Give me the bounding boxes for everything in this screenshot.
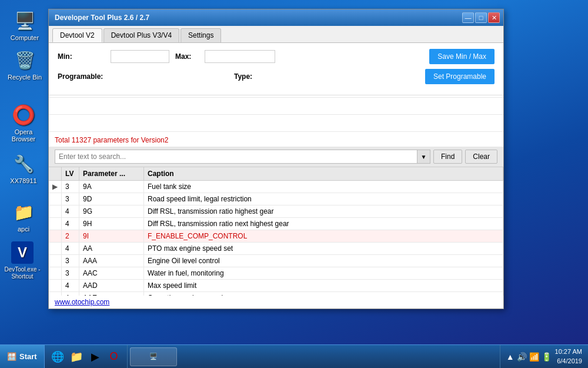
col-header-lv[interactable]: LV <box>62 167 79 181</box>
set-programable-button[interactable]: Set Programable <box>425 69 495 84</box>
recycle-bin-icon: 🗑️ <box>13 48 36 72</box>
app-window: Developer Tool Plus 2.6 / 2.7 — □ ✕ Devt… <box>48 9 504 309</box>
row-param: 9A <box>79 181 144 193</box>
row-lv: 3 <box>62 267 79 280</box>
desktop-icon-opera[interactable]: ⭕ Opera Browser <box>5 103 42 142</box>
row-param: 9I <box>79 230 144 243</box>
taskbar: 🪟 Start 🌐 📁 ▶ O 🖥️ ▲ 🔊 📶 🔋 10:27 AM 6/4 <box>0 344 588 368</box>
ie-icon[interactable]: 🌐 <box>49 349 66 365</box>
status-text: Total 11327 parameters for Version2 <box>55 136 168 144</box>
desktop-icon-xx78911[interactable]: 🔧 XX78911 <box>5 152 42 184</box>
table-body: ▶ 3 9A Fuel tank size 3 9D Road speed li… <box>49 181 503 296</box>
min-input[interactable] <box>111 50 169 63</box>
table-row[interactable]: 4 AA PTO max engine speed set <box>49 243 503 255</box>
close-button[interactable]: ✕ <box>488 12 500 23</box>
row-param: AA <box>79 243 144 255</box>
table-container[interactable]: LV Parameter ... Caption ▶ 3 9A Fuel tan… <box>49 167 503 296</box>
start-button[interactable]: 🪟 Start <box>0 345 45 368</box>
row-lv: 4 <box>62 218 79 230</box>
taskbar-clock[interactable]: 10:27 AM 6/4/2019 <box>555 347 582 366</box>
row-caption: PTO max engine speed set <box>144 243 503 255</box>
table-row[interactable]: 3 AAA Engine Oil level control <box>49 255 503 267</box>
spacer-2 <box>49 117 503 130</box>
status-bar: Total 11327 parameters for Version2 <box>49 134 503 147</box>
desktop: 🖥️ Computer 🗑️ Recycle Bin ⭕ Opera Brows… <box>0 0 588 368</box>
table-row[interactable]: 4 9G Diff RSL, transmission ratio highes… <box>49 205 503 218</box>
divider-1 <box>49 97 503 98</box>
opera-taskbar-icon[interactable]: O <box>106 349 122 365</box>
divider-2 <box>49 114 503 115</box>
row-param: 9G <box>79 205 144 218</box>
main-content: Min: Max: Save Min / Max Programable: Ty… <box>49 42 503 309</box>
search-dropdown-button[interactable]: ▼ <box>417 150 430 164</box>
clear-button[interactable]: Clear <box>465 150 497 164</box>
window-title: Developer Tool Plus 2.6 / 2.7 <box>55 14 149 22</box>
row-caption: Engine Oil level control <box>144 255 503 267</box>
desktop-icon-recycle-bin[interactable]: 🗑️ Recycle Bin <box>6 48 44 81</box>
row-indicator <box>49 205 62 218</box>
folder-icon[interactable]: 📁 <box>68 349 85 365</box>
table-row[interactable]: 3 9D Road speed limit, legal restriction <box>49 193 503 205</box>
parameters-table: LV Parameter ... Caption ▶ 3 9A Fuel tan… <box>49 167 503 296</box>
footer-link[interactable]: www.otochip.com <box>49 296 503 309</box>
taskbar-right: ▲ 🔊 📶 🔋 10:27 AM 6/4/2019 <box>500 345 588 368</box>
row-indicator <box>49 230 62 243</box>
speaker-icon[interactable]: 🔊 <box>517 352 527 362</box>
taskbar-app-icon: 🖥️ <box>149 353 158 360</box>
xx78911-icon: 🔧 <box>12 152 35 175</box>
desktop-icon-label: DevTool.exe - Shortcut <box>4 266 40 280</box>
max-input[interactable] <box>205 50 275 63</box>
tab-devtool-v2[interactable]: Devtool V2 <box>52 28 102 42</box>
desktop-icon-label: apci <box>18 226 29 233</box>
battery-icon[interactable]: 🔋 <box>542 352 552 362</box>
start-label: Start <box>19 352 37 361</box>
row-lv: 2 <box>62 230 79 243</box>
row-caption: F_ENABLE_COMP_CONTROL <box>144 230 503 243</box>
tab-settings[interactable]: Settings <box>181 28 221 42</box>
find-button[interactable]: Find <box>433 150 462 164</box>
windows-orb-icon: 🪟 <box>7 352 16 361</box>
row-param: AAC <box>79 267 144 280</box>
apci-icon: 📁 <box>12 200 35 224</box>
row-param: AAD <box>79 280 144 292</box>
table-row[interactable]: ▶ 3 9A Fuel tank size <box>49 181 503 193</box>
row-param: AAA <box>79 255 144 267</box>
media-icon[interactable]: ▶ <box>87 349 103 365</box>
row-lv: 3 <box>62 181 79 193</box>
opera-icon: ⭕ <box>12 103 35 127</box>
col-header-caption[interactable]: Caption <box>144 167 503 181</box>
table-row[interactable]: 2 9I F_ENABLE_COMP_CONTROL <box>49 230 503 243</box>
tab-bar: Devtool V2 Devtool Plus V3/V4 Settings <box>49 26 503 42</box>
row-indicator <box>49 280 62 292</box>
spacer-1 <box>49 100 503 112</box>
table-row[interactable]: 3 AAC Water in fuel, monitoring <box>49 267 503 280</box>
website-link[interactable]: www.otochip.com <box>55 298 109 306</box>
search-input[interactable] <box>55 150 417 164</box>
taskbar-app-item[interactable]: 🖥️ <box>130 347 177 366</box>
clock-time: 10:27 AM <box>555 347 582 356</box>
desktop-icon-computer[interactable]: 🖥️ Computer <box>6 9 44 41</box>
save-min-max-button[interactable]: Save Min / Max <box>429 49 495 64</box>
tray-arrow[interactable]: ▲ <box>506 352 514 362</box>
min-max-row: Min: Max: Save Min / Max <box>58 49 495 64</box>
row-caption: Fuel tank size <box>144 181 503 193</box>
col-header-param[interactable]: Parameter ... <box>79 167 144 181</box>
tab-devtool-plus[interactable]: Devtool Plus V3/V4 <box>103 28 179 42</box>
row-caption: Diff RSL, transmission ratio highest gea… <box>144 205 503 218</box>
clock-date: 6/4/2019 <box>555 357 582 366</box>
table-row[interactable]: 4 AAD Max speed limit <box>49 280 503 292</box>
title-bar: Developer Tool Plus 2.6 / 2.7 — □ ✕ <box>49 9 503 26</box>
table-row[interactable]: 4 9H Diff RSL, transmission ratio next h… <box>49 218 503 230</box>
search-area: ▼ Find Clear <box>49 147 503 167</box>
desktop-icon-devtool[interactable]: V DevTool.exe - Shortcut <box>4 241 41 280</box>
row-param: 9D <box>79 193 144 205</box>
title-bar-buttons: — □ ✕ <box>462 12 500 23</box>
network-icon[interactable]: 📶 <box>529 352 539 362</box>
maximize-button[interactable]: □ <box>475 12 487 23</box>
divider-3 <box>49 131 503 132</box>
minimize-button[interactable]: — <box>462 12 474 23</box>
desktop-icon-apci[interactable]: 📁 apci <box>5 200 42 233</box>
desktop-icon-label: Opera Browser <box>12 128 35 142</box>
programable-label: Programable: <box>58 72 105 81</box>
row-lv: 4 <box>62 243 79 255</box>
